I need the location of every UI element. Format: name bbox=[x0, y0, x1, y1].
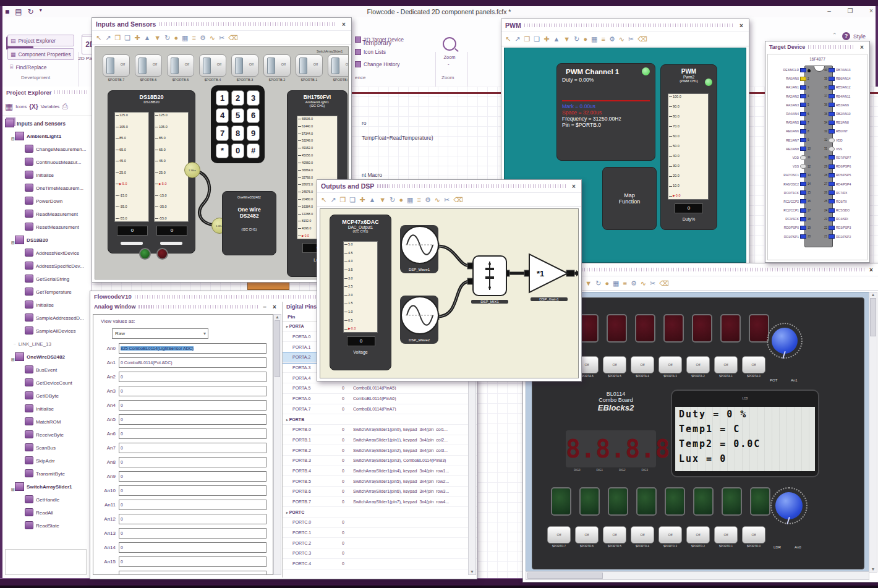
outputs-close-icon[interactable]: × bbox=[570, 183, 578, 190]
digital-pin-row[interactable]: PORTC.5 0 bbox=[283, 569, 477, 573]
tree-item[interactable]: Initialise bbox=[2, 299, 92, 312]
tree-item[interactable]: SampleAddressedD... bbox=[2, 312, 92, 325]
left-pin-icon[interactable] bbox=[800, 138, 806, 142]
analog-value-field[interactable]: 0 bbox=[119, 443, 266, 453]
port-switch-button[interactable]: Off bbox=[658, 526, 682, 543]
toolbar-icon[interactable]: ● bbox=[399, 197, 403, 203]
toggle-switch[interactable]: Off bbox=[328, 54, 349, 77]
variables-tab-icon[interactable]: {X} bbox=[29, 103, 38, 110]
help-icon[interactable]: ? bbox=[842, 32, 850, 40]
toolbar-icon[interactable]: ▲ bbox=[369, 197, 375, 203]
keypad-key[interactable]: 3 bbox=[247, 90, 260, 106]
right-pin-icon[interactable] bbox=[829, 112, 835, 116]
toolbar-icon[interactable]: ▲ bbox=[553, 36, 560, 43]
dsp-gain-block[interactable]: *1 DSP_Gain1 bbox=[528, 253, 570, 294]
analog-titlebar[interactable]: Analog Window – × bbox=[90, 302, 282, 312]
view-toggle[interactable]: Change History bbox=[355, 59, 404, 69]
tree-item[interactable]: ContinuousMeasur... bbox=[2, 156, 92, 169]
tree-item[interactable]: ┄ LINK_LINE_13 bbox=[2, 338, 92, 351]
digital-pin-row[interactable]: PORTA.5 0 ComboBL0114(PinA5) bbox=[283, 383, 477, 394]
left-pin-icon[interactable] bbox=[800, 182, 806, 186]
ribbon-button[interactable]: ⌸ Find/Replace bbox=[7, 62, 74, 72]
toolbar-icon[interactable]: ⚙ bbox=[425, 197, 431, 203]
right-pin-icon[interactable] bbox=[829, 199, 835, 203]
toolbar-icon[interactable]: ↗ bbox=[105, 35, 111, 41]
left-pin-icon[interactable] bbox=[800, 129, 806, 134]
tree-item[interactable]: ReadMeasurement bbox=[2, 208, 92, 221]
target-titlebar[interactable]: Target Device × bbox=[765, 41, 869, 53]
analog-value-field[interactable]: 0 ComboBL0114(Pot ADC) bbox=[119, 357, 266, 368]
toolbar-icon[interactable]: ↗ bbox=[330, 197, 336, 203]
tree-item[interactable]: SkipAdrr bbox=[2, 454, 92, 467]
keypad-key[interactable]: 1 bbox=[216, 90, 229, 106]
tree-item[interactable]: ResetMeasurement bbox=[2, 221, 92, 234]
analog-value-field[interactable]: 0 bbox=[119, 500, 266, 510]
right-pin-icon[interactable] bbox=[829, 85, 835, 90]
toolbar-icon[interactable]: ↻ bbox=[164, 35, 170, 41]
left-pin-icon[interactable] bbox=[800, 155, 806, 160]
left-pin-icon[interactable] bbox=[800, 217, 806, 221]
port-switch-button[interactable]: Off bbox=[714, 526, 738, 543]
tree-item[interactable]: MatchROM bbox=[2, 415, 92, 428]
icons-tab-icon[interactable]: ▦ bbox=[5, 101, 13, 111]
tree-item[interactable]: ⊟ AmbientLight1 bbox=[2, 130, 92, 143]
ldr-knob[interactable] bbox=[770, 487, 808, 524]
right-pin-icon[interactable] bbox=[829, 138, 835, 143]
ribbon-button[interactable]: ▦ Component Properties bbox=[7, 48, 74, 60]
toolbar-icon[interactable]: ≡ bbox=[601, 36, 605, 43]
left-pin-icon[interactable] bbox=[800, 103, 806, 107]
toolbar-icon[interactable]: ❐ bbox=[339, 197, 346, 203]
digital-pin-row[interactable]: PORTB.2 0 SwitchArraySlider1(pin2), keyp… bbox=[283, 445, 477, 456]
left-pin-icon[interactable] bbox=[800, 164, 806, 169]
toggle-switch[interactable]: Off bbox=[263, 54, 291, 77]
project-explorer-titlebar[interactable]: Project Explorer bbox=[2, 87, 92, 98]
analog-value-field[interactable]: 0 bbox=[119, 514, 266, 524]
toolbar-icon[interactable]: ✂ bbox=[650, 280, 655, 287]
left-pin-icon[interactable] bbox=[800, 234, 806, 239]
port-switch-button[interactable]: Off bbox=[631, 356, 654, 373]
toolbar-icon[interactable]: ✂ bbox=[444, 197, 450, 203]
pwm-meter-scale[interactable]: 100.090.080.070.060.050.040.030.020.010.… bbox=[668, 93, 709, 200]
toolbar-icon[interactable]: ⌫ bbox=[228, 35, 238, 41]
toolbar-icon[interactable]: ⚙ bbox=[609, 36, 615, 43]
tree-item[interactable]: ReadState bbox=[2, 519, 92, 532]
toolbar-icon[interactable]: ▼ bbox=[585, 280, 592, 287]
analog-scrollbar[interactable]: ▲ bbox=[273, 314, 281, 575]
toolbar-icon[interactable]: ▦ bbox=[407, 197, 413, 203]
toggle-switch[interactable]: Off bbox=[135, 54, 162, 77]
toggle-switch[interactable]: Off bbox=[199, 54, 226, 77]
inputs-titlebar[interactable]: Inputs and Sensors × bbox=[92, 18, 351, 30]
icons-tab-label[interactable]: Icons bbox=[15, 104, 27, 109]
pot-knob[interactable] bbox=[767, 323, 803, 359]
analog-value-field[interactable]: 0 bbox=[119, 485, 266, 496]
tree-item[interactable]: TransmitByte bbox=[2, 467, 92, 480]
toolbar-icon[interactable]: ✂ bbox=[628, 36, 634, 43]
pwm-meter-block[interactable]: PWM Pwm2 (PWM CH1) 100.090.080.070.060.0… bbox=[660, 64, 717, 230]
toolbar-icon[interactable]: ▦ bbox=[591, 36, 597, 43]
zoom-minus[interactable]: - bbox=[448, 61, 450, 67]
digital-pin-row[interactable]: PORTB.7 0 SwitchArraySlider1(pin7), keyp… bbox=[283, 497, 477, 508]
dac-block[interactable]: MCP47x6DAC DAC_Output1 (I2C CH1) 5.04.54… bbox=[330, 215, 391, 370]
tree-item[interactable]: GetTemperature bbox=[2, 286, 92, 299]
keypad-key[interactable]: 7 bbox=[216, 126, 229, 141]
inputs-canvas[interactable]: SwitchArraySlider1 Off $PORTB.7 Off $POR bbox=[95, 46, 349, 279]
right-pin-icon[interactable] bbox=[829, 234, 835, 239]
board-hscrollbar[interactable] bbox=[526, 571, 869, 580]
dsp-wave2-block[interactable]: DSP_Wave2 bbox=[400, 296, 438, 344]
toolbar-icon[interactable]: ≡ bbox=[192, 35, 195, 41]
toolbar-icon[interactable]: ↖ bbox=[321, 197, 326, 203]
dsp-wave1-block[interactable]: DSP_Wave1 bbox=[400, 225, 438, 273]
toolbar-icon[interactable]: ↻ bbox=[595, 280, 601, 287]
digital-pin-row[interactable]: PORTC.4 0 bbox=[283, 559, 477, 569]
toolbar-icon[interactable]: ❏ bbox=[124, 35, 130, 41]
analog-value-field[interactable]: 0 bbox=[119, 528, 266, 539]
toolbar-icon[interactable]: ⌫ bbox=[659, 280, 669, 287]
toggle-switch[interactable]: Off bbox=[231, 54, 258, 77]
digital-pin-row[interactable]: PORTB bbox=[283, 414, 477, 425]
map-function-block[interactable]: MapFunction bbox=[602, 167, 657, 230]
right-pin-icon[interactable] bbox=[829, 129, 835, 134]
left-pin-icon[interactable] bbox=[800, 85, 806, 90]
toolbar-icon[interactable]: ↖ bbox=[505, 36, 511, 43]
toolbar-icon[interactable]: ▲ bbox=[143, 35, 150, 41]
left-pin-icon[interactable] bbox=[800, 226, 806, 230]
